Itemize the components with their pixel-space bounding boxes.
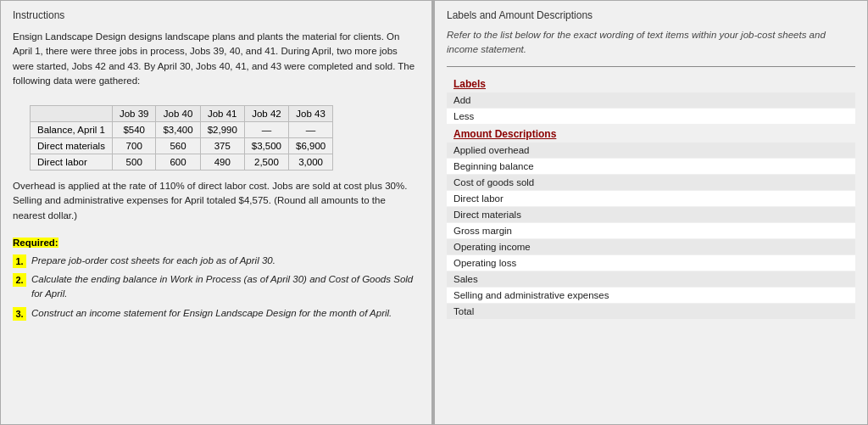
row-label-labor: Direct labor — [31, 154, 113, 171]
requirement-2: 2. Calculate the ending balance in Work … — [13, 272, 420, 302]
row-label-balance: Balance, April 1 — [31, 122, 113, 138]
label-less: Less — [447, 109, 855, 124]
req-num-1: 1. — [13, 254, 26, 268]
amounts-header: Amount Descriptions — [447, 125, 855, 143]
cell-materials-42: $3,500 — [244, 138, 288, 154]
cell-labor-40: 600 — [156, 154, 200, 171]
amount-operating-income: Operating income — [447, 239, 855, 254]
cell-labor-43: 3,000 — [289, 154, 333, 171]
col-header-job42: Job 42 — [244, 106, 288, 122]
section-divider — [447, 66, 855, 67]
labels-header: Labels — [447, 75, 855, 92]
overhead-text: Overhead is applied at the rate of 110% … — [13, 179, 420, 223]
cell-materials-43: $6,900 — [289, 138, 333, 154]
cell-labor-39: 500 — [112, 154, 156, 171]
cell-materials-39: 700 — [112, 138, 156, 154]
required-section: Required: 1. Prepare job-order cost shee… — [13, 237, 420, 325]
required-label: Required: — [13, 238, 58, 248]
intro-text: Ensign Landscape Design designs landscap… — [13, 30, 420, 88]
amount-selling-admin: Selling and administrative expenses — [447, 288, 855, 303]
table-row: Direct materials 700 560 375 $3,500 $6,9… — [31, 138, 333, 154]
cell-balance-42: — — [244, 122, 288, 138]
req-text-1: Prepare job-order cost sheets for each j… — [31, 254, 275, 268]
data-table: Job 39 Job 40 Job 41 Job 42 Job 43 Balan… — [30, 105, 333, 171]
col-header-blank — [31, 106, 113, 122]
cell-balance-40: $3,400 — [156, 122, 200, 138]
cell-labor-41: 490 — [200, 154, 244, 171]
req-num-3: 3. — [13, 307, 26, 321]
col-header-job39: Job 39 — [112, 106, 156, 122]
cell-balance-41: $2,990 — [200, 122, 244, 138]
table-row: Balance, April 1 $540 $3,400 $2,990 — — — [31, 122, 333, 138]
cell-materials-41: 375 — [200, 138, 244, 154]
instructions-title: Instructions — [13, 9, 420, 21]
labels-section: Labels Add Less Amount Descriptions Appl… — [447, 75, 855, 320]
col-header-job40: Job 40 — [156, 106, 200, 122]
row-label-materials: Direct materials — [31, 138, 113, 154]
amount-applied-overhead: Applied overhead — [447, 143, 855, 158]
col-header-job43: Job 43 — [289, 106, 333, 122]
cell-labor-42: 2,500 — [244, 154, 288, 171]
amount-total: Total — [447, 304, 855, 319]
label-add: Add — [447, 92, 855, 108]
amount-sales: Sales — [447, 271, 855, 287]
req-text-3: Construct an income statement for Ensign… — [31, 306, 392, 321]
req-num-2: 2. — [13, 273, 26, 287]
col-header-job41: Job 41 — [200, 106, 244, 122]
requirement-3: 3. Construct an income statement for Ens… — [13, 306, 420, 321]
instructions-panel: Instructions Ensign Landscape Design des… — [0, 0, 432, 425]
right-panel-subtitle: Refer to the list below for the exact wo… — [447, 28, 855, 58]
amount-operating-loss: Operating loss — [447, 255, 855, 271]
cell-balance-43: — — [289, 122, 333, 138]
req-text-2: Calculate the ending balance in Work in … — [31, 272, 420, 302]
cell-materials-40: 560 — [156, 138, 200, 154]
cell-balance-39: $540 — [112, 122, 156, 138]
amount-direct-materials: Direct materials — [447, 207, 855, 222]
labels-panel: Labels and Amount Descriptions Refer to … — [434, 0, 868, 425]
amount-cost-goods-sold: Cost of goods sold — [447, 175, 855, 190]
amount-gross-margin: Gross margin — [447, 223, 855, 238]
amount-beginning-balance: Beginning balance — [447, 159, 855, 174]
right-panel-title: Labels and Amount Descriptions — [447, 9, 855, 21]
requirement-1: 1. Prepare job-order cost sheets for eac… — [13, 254, 420, 268]
table-row: Direct labor 500 600 490 2,500 3,000 — [31, 154, 333, 171]
amount-direct-labor: Direct labor — [447, 191, 855, 206]
